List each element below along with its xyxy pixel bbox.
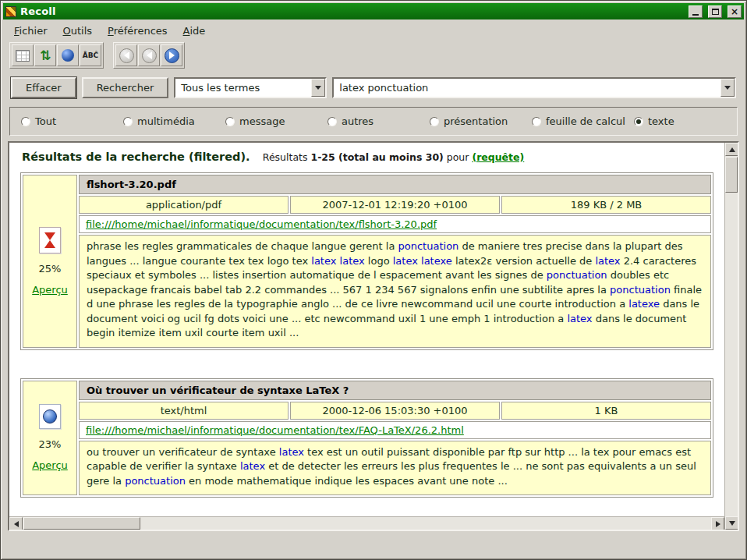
radio-icon — [123, 117, 133, 126]
scroll-up-button[interactable] — [725, 143, 738, 156]
refresh-icon: ⇅ — [40, 49, 51, 62]
update-index-button[interactable]: ⇅ — [34, 44, 56, 66]
preview-link[interactable]: Aperçu — [32, 284, 68, 296]
highlighted-term: latex — [240, 460, 265, 472]
arrow-down-icon — [729, 521, 735, 526]
recoll-window: Recoll × Fichier Outils Préférences Aide… — [0, 0, 747, 560]
doc-type-filter-panel: Tout multimédia message autres présentat… — [9, 107, 738, 136]
document-url-link[interactable]: file:///home/michael/informatique/docume… — [86, 424, 464, 436]
bottom-spacer — [3, 531, 744, 557]
highlighted-term: ponctuation — [610, 284, 671, 296]
filter-feuille-de-calcul[interactable]: feuille de calcul — [532, 115, 634, 127]
menu-fichier[interactable]: Fichier — [8, 23, 54, 39]
query-input[interactable] — [334, 79, 720, 97]
sphere-icon — [62, 49, 74, 62]
app-icon — [5, 6, 16, 17]
filter-multimedia[interactable]: multimédia — [123, 115, 225, 127]
doc-size: 1 KB — [501, 402, 711, 420]
menu-aide[interactable]: Aide — [177, 23, 212, 39]
document-url-link[interactable]: file:///home/michael/informatique/docume… — [86, 218, 437, 230]
menu-preferences[interactable]: Préférences — [101, 23, 173, 39]
close-button[interactable]: × — [728, 5, 742, 18]
result-title: Où trouver un vérificateur de syntaxe La… — [79, 381, 711, 400]
radio-icon — [225, 117, 235, 126]
results-title: Résultats de la recherche (filtered). — [22, 151, 250, 163]
clear-search-button[interactable] — [12, 44, 34, 66]
result-main: flshort-3.20.pdf application/pdf 2007-12… — [79, 175, 711, 348]
mime-type: application/pdf — [79, 196, 289, 214]
toolbar-group-main: ⇅ ÂBĈ — [9, 42, 104, 69]
highlighted-term: ponctuation — [125, 475, 186, 487]
scroll-left-button[interactable] — [9, 517, 23, 530]
results-list: Résultats de la recherche (filtered). Ré… — [9, 143, 724, 516]
mime-type: text/html — [79, 402, 289, 420]
vertical-scrollbar-thumb[interactable] — [725, 157, 738, 193]
snippet-text: en mode mathematique indique les espaces… — [186, 475, 508, 487]
spellcheck-icon: ÂBĈ — [83, 51, 98, 59]
filter-message[interactable]: message — [225, 115, 327, 127]
search-row: Effacer Rechercher Tous les termes — [3, 73, 744, 101]
previous-page-button[interactable] — [138, 44, 160, 66]
minimize-button[interactable] — [689, 5, 703, 18]
snippet-text: ou trouver un verificateur de syntaxe — [87, 446, 279, 458]
filter-presentation[interactable]: présentation — [430, 115, 532, 127]
query-history-dropdown-button[interactable] — [720, 79, 735, 97]
preview-link[interactable]: Aperçu — [32, 459, 68, 471]
radio-icon — [21, 117, 30, 126]
query-link[interactable]: (requête) — [472, 151, 524, 163]
filter-texte[interactable]: texte — [634, 115, 674, 127]
radio-icon — [430, 117, 439, 126]
html-document-icon[interactable] — [39, 404, 61, 429]
first-page-button[interactable] — [115, 44, 137, 66]
minimize-icon — [692, 14, 699, 16]
scroll-right-button[interactable] — [711, 517, 724, 530]
highlighted-term: latexe — [628, 298, 660, 310]
highlighted-term: latex — [279, 446, 304, 458]
results-summary: Résultats 1-25 (total au moins 30) pour … — [263, 151, 525, 163]
chevron-down-icon — [724, 86, 731, 90]
close-icon: × — [731, 8, 738, 16]
search-button-tool[interactable] — [57, 44, 79, 66]
clear-button[interactable]: Effacer — [11, 77, 76, 98]
search-mode-dropdown-button[interactable] — [311, 79, 325, 97]
vertical-scrollbar[interactable] — [724, 143, 738, 530]
maximize-button[interactable] — [708, 5, 722, 18]
result-entry: 23% Aperçu Où trouver un vérificateur de… — [20, 378, 713, 498]
results-header: Résultats de la recherche (filtered). Ré… — [16, 149, 718, 172]
arrow-left-icon — [14, 521, 19, 527]
highlighted-term: latex latex — [311, 255, 364, 267]
horizontal-scrollbar-thumb[interactable] — [23, 517, 140, 530]
filter-label: présentation — [444, 115, 508, 127]
arrow-up-icon — [729, 147, 735, 152]
term-explorer-button[interactable]: ÂBĈ — [80, 44, 101, 66]
globe-icon — [43, 409, 57, 424]
window-title: Recoll — [20, 5, 683, 17]
relevance-percent: 23% — [39, 438, 62, 450]
filter-label: texte — [648, 115, 674, 127]
filter-tout[interactable]: Tout — [21, 115, 123, 127]
query-combobox[interactable] — [332, 77, 736, 98]
search-mode-combobox[interactable]: Tous les termes — [174, 77, 327, 98]
radio-icon — [634, 117, 643, 126]
previous-page-icon — [142, 48, 157, 63]
filter-autres[interactable]: autres — [327, 115, 430, 127]
next-page-button[interactable] — [161, 44, 182, 66]
result-meta-row: text/html 2000-12-06 15:03:30 +0100 1 KB — [79, 402, 711, 420]
snippet-text: logo — [365, 255, 393, 267]
menu-outils[interactable]: Outils — [57, 23, 99, 39]
snippet-text: latex2ε version actuelle de — [452, 255, 596, 267]
result-main: Où trouver un vérificateur de syntaxe La… — [79, 381, 711, 496]
snippet-text: phrase les regles grammaticales de chaqu… — [87, 240, 398, 252]
result-snippet: phrase les regles grammaticales de chaqu… — [79, 235, 711, 348]
pdf-document-icon[interactable] — [39, 227, 61, 253]
highlighted-term: latex latexe — [393, 255, 452, 267]
next-page-icon — [165, 48, 179, 63]
search-button[interactable]: Rechercher — [82, 77, 169, 98]
result-url-row: file:///home/michael/informatique/docume… — [79, 421, 711, 439]
result-side-panel: 23% Aperçu — [23, 381, 77, 496]
scroll-down-button[interactable] — [725, 516, 738, 530]
relevance-percent: 25% — [39, 263, 62, 275]
result-meta-row: application/pdf 2007-12-01 12:19:20 +010… — [79, 196, 711, 214]
horizontal-scrollbar[interactable] — [9, 516, 724, 530]
maximize-icon — [712, 9, 719, 15]
